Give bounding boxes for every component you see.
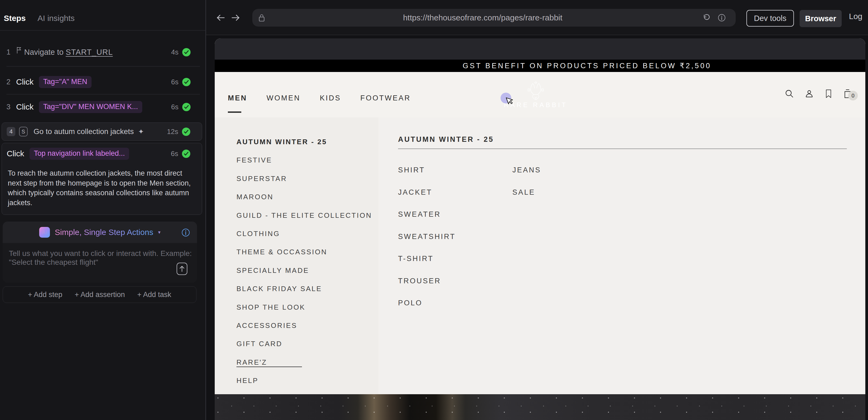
lock-icon — [258, 13, 266, 22]
forward-button[interactable] — [231, 13, 241, 23]
ai-prompt-input[interactable] — [9, 249, 194, 276]
menu-item-gift-card[interactable]: GIFT CARD — [237, 339, 372, 348]
mega-menu-sidebar: AUTUMN WINTER - 25 FESTIVE SUPERSTAR MAR… — [215, 117, 378, 394]
step-label: Go to autum collection jackets — [34, 127, 134, 136]
success-check-icon — [182, 48, 191, 56]
step-number: 1 — [6, 48, 12, 56]
menu-item-rarez[interactable]: RARE'Z — [237, 358, 372, 366]
ai-actions-panel: AI Simple, Single Step Actions ▾ — [3, 221, 197, 282]
selector-badge[interactable]: Top navigation link labeled... — [30, 148, 129, 160]
url-bar[interactable]: https://thehouseofrare.com/pages/rare-ra… — [252, 9, 736, 27]
menu-item-superstar[interactable]: SUPERSTAR — [237, 174, 372, 183]
tab-steps[interactable]: Steps — [4, 14, 26, 23]
mega-menu-panel: AUTUMN WINTER - 25 SHIRT JACKET SWEATER … — [378, 117, 865, 394]
panel-heading: AUTUMN WINTER - 25 — [398, 136, 494, 144]
menu-item-accessories[interactable]: ACCESSORIES — [237, 321, 372, 330]
url-text[interactable]: https://thehouseofrare.com/pages/rare-ra… — [266, 13, 700, 22]
cart-icon[interactable]: 0 — [843, 89, 853, 99]
sparkle-icon: ✦ — [138, 127, 144, 136]
success-check-icon — [182, 127, 190, 136]
page-info-icon[interactable] — [717, 13, 726, 22]
step-number: 3 — [6, 103, 12, 111]
menu-item-guild[interactable]: GUILD - THE ELITE COLLECTION — [237, 211, 372, 220]
panel-item-shirt[interactable]: SHIRT — [398, 166, 456, 174]
submit-prompt-button[interactable] — [177, 263, 187, 275]
step-row-3[interactable]: 3 Click Tag="DIV" MEN WOMEN K... 6s — [6, 101, 191, 113]
menu-item-theme-occassion[interactable]: THEME & OCCASSION — [237, 248, 372, 256]
add-task-button[interactable]: + Add task — [137, 291, 171, 299]
account-icon[interactable] — [805, 89, 814, 98]
step-duration: 4s — [171, 48, 179, 56]
nav-men[interactable]: MEN — [228, 94, 247, 102]
success-check-icon — [182, 103, 191, 111]
nav-women[interactable]: WOMEN — [267, 94, 300, 102]
cart-count-badge: 0 — [848, 91, 858, 100]
info-icon[interactable] — [181, 228, 190, 237]
panel-item-jacket[interactable]: JACKET — [398, 188, 456, 197]
page-top-band — [215, 38, 865, 60]
panel-item-sweater[interactable]: SWEATER — [398, 210, 456, 218]
flag-icon — [16, 47, 23, 54]
menu-item-maroon[interactable]: MAROON — [237, 192, 372, 201]
menu-item-help[interactable]: HELP — [237, 376, 372, 385]
dev-tools-button[interactable]: Dev tools — [746, 10, 794, 27]
panel-item-sweatshirt[interactable]: SWEATSHIRT — [398, 232, 456, 241]
announcement-bar: GST BENEFIT ON PRODUCTS PRICED BELOW ₹2,… — [215, 60, 865, 72]
panel-item-tshirt[interactable]: T-SHIRT — [398, 254, 456, 263]
back-button[interactable] — [216, 13, 225, 23]
menu-item-festive[interactable]: FESTIVE — [237, 156, 372, 164]
step-row-2[interactable]: 2 Click Tag="A" MEN 6s — [6, 76, 191, 88]
step-action: Click — [7, 149, 24, 158]
step-duration: 6s — [171, 150, 178, 158]
panel-item-polo[interactable]: POLO — [398, 299, 456, 307]
step-card-click[interactable]: Click Top navigation link labeled... 6s … — [2, 143, 202, 215]
step-description: To reach the autumn collection jackets, … — [8, 169, 196, 208]
browser-pane: https://thehouseofrare.com/pages/rare-ra… — [206, 0, 868, 420]
log-tab-button[interactable]: Log — [849, 12, 862, 21]
browser-toolbar: https://thehouseofrare.com/pages/rare-ra… — [206, 0, 868, 35]
step-label: Navigate to START_URL — [24, 48, 113, 57]
menu-item-clothing[interactable]: CLOTHING — [237, 229, 372, 238]
selector-badge[interactable]: Tag="A" MEN — [39, 76, 92, 88]
menu-item-shop-the-look[interactable]: SHOP THE LOOK — [237, 303, 372, 311]
mouse-cursor — [505, 97, 515, 108]
step-action: Click — [16, 77, 34, 87]
start-url-link[interactable]: START_URL — [66, 48, 113, 56]
menu-item-black-friday-sale[interactable]: BLACK FRIDAY SALE — [237, 284, 372, 293]
divider — [398, 149, 847, 149]
step-duration: 12s — [167, 127, 178, 136]
step-row-1[interactable]: 1 Navigate to START_URL 4s — [6, 46, 191, 58]
add-assertion-button[interactable]: + Add assertion — [74, 291, 125, 299]
browser-tab-button[interactable]: Browser — [800, 10, 842, 27]
panel-item-jeans[interactable]: JEANS — [513, 166, 541, 174]
chevron-down-icon[interactable]: ▾ — [158, 229, 160, 235]
menu-item-specially-made[interactable]: SPECIALLY MADE — [237, 266, 372, 275]
step-duration: 6s — [171, 103, 179, 111]
ai-prompt-area — [3, 243, 197, 282]
ai-mode-title[interactable]: Simple, Single Step Actions — [55, 228, 153, 237]
panel-item-trouser[interactable]: TROUSER — [398, 277, 456, 285]
steps-sidebar: Steps AI insights 1 Navigate to START_UR… — [0, 0, 205, 420]
menu-item-underline — [237, 366, 302, 367]
tab-ai-insights[interactable]: AI insights — [38, 14, 74, 23]
nav-footwear[interactable]: FOOTWEAR — [361, 94, 411, 102]
step-card-4[interactable]: 4 S Go to autum collection jackets ✦ 12s — [2, 122, 202, 141]
step-action: Click — [16, 102, 34, 112]
announcement-text: GST BENEFIT ON PRODUCTS PRICED BELOW ₹2,… — [463, 61, 711, 70]
main-nav: MEN WOMEN KIDS FOOTWEAR — [228, 94, 411, 102]
search-icon[interactable] — [785, 89, 794, 98]
selector-badge[interactable]: Tag="DIV" MEN WOMEN K... — [39, 101, 142, 113]
active-nav-underline — [228, 112, 241, 113]
ai-actions-header[interactable]: AI Simple, Single Step Actions ▾ — [3, 221, 197, 243]
success-check-icon — [182, 150, 190, 158]
wishlist-bookmark-icon[interactable] — [825, 89, 833, 98]
step-number-badge: 4 — [7, 127, 15, 136]
nav-kids[interactable]: KIDS — [320, 94, 341, 102]
reload-icon[interactable] — [702, 13, 710, 22]
add-step-button[interactable]: + Add step — [28, 291, 62, 299]
success-check-icon — [182, 78, 191, 86]
menu-item-autumn-winter[interactable]: AUTUMN WINTER - 25 — [237, 138, 372, 146]
divider — [6, 66, 200, 67]
site-header: MEN WOMEN KIDS FOOTWEAR — [215, 72, 865, 117]
panel-item-sale[interactable]: SALE — [513, 188, 541, 197]
